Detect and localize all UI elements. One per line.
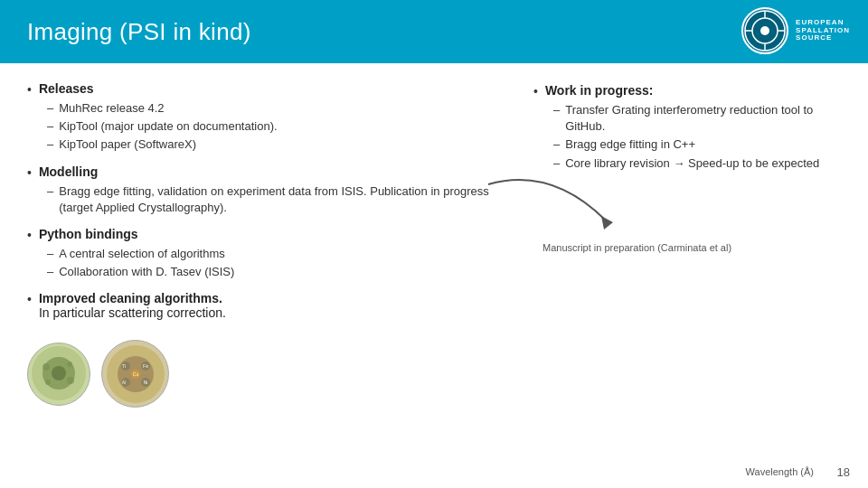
logo-area: EUROPEAN SPALLATION SOURCE (741, 7, 850, 54)
cleaning-section: • Improved cleaning algorithms. In parti… (27, 291, 515, 324)
bullet-dot-4: • (27, 292, 32, 306)
modelling-section: • Modelling – Bragg edge fitting, valida… (27, 164, 515, 216)
bullet-dot-right: • (533, 84, 538, 99)
page-title: Imaging (PSI in kind) (27, 18, 251, 46)
svg-point-11 (67, 361, 72, 367)
wavelength-label: Wavelength (Å) (746, 466, 814, 477)
python-bindings-sub-bullets: – A central selection of algorithms – Co… (27, 246, 515, 280)
right-column: • Work in progress: – Transfer Grating i… (533, 81, 841, 479)
svg-text:Al: Al (121, 380, 125, 385)
bullet-dot-3: • (27, 228, 32, 242)
cleaning-label: Improved cleaning algorithms. (39, 291, 226, 305)
svg-point-2 (760, 26, 769, 35)
bullet-dot-2: • (27, 165, 32, 180)
list-item: – MuhRec release 4.2 (47, 100, 515, 117)
sample-image-1 (27, 343, 90, 406)
work-in-progress-label: Work in progress: (545, 83, 654, 98)
main-content: • Releases – MuhRec release 4.2 – KipToo… (0, 63, 868, 488)
list-item: – Bragg edge fitting in C++ (553, 136, 841, 153)
modelling-label: Modelling (39, 164, 98, 179)
list-item: – Collaboration with D. Tasev (ISIS) (47, 264, 515, 280)
python-bindings-label: Python bindings (39, 227, 138, 241)
svg-text:Fe: Fe (143, 363, 148, 369)
cleaning-sublabel: In particular scattering correction. (39, 305, 226, 320)
svg-text:Ti: Ti (122, 363, 126, 369)
svg-marker-26 (601, 216, 613, 230)
svg-point-10 (42, 363, 50, 371)
work-sub-bullets: – Transfer Grating interferometry reduct… (533, 102, 841, 172)
modelling-sub-bullets: – Bragg edge fitting, validation on expe… (27, 183, 515, 216)
releases-label: Releases (39, 81, 94, 96)
list-item: – Core library revision → Speed-up to be… (553, 155, 841, 172)
releases-sub-bullets: – MuhRec release 4.2 – KipTool (major up… (27, 100, 515, 154)
header: Imaging (PSI in kind) EUROPEAN SPALLATIO… (0, 0, 868, 63)
list-item: – A central selection of algorithms (47, 246, 515, 262)
ess-logo (741, 7, 788, 54)
svg-text:Cu: Cu (132, 371, 138, 377)
bottom-images: Ti Fe Al Ni Cu (27, 340, 515, 408)
list-item: – Transfer Grating interferometry reduct… (553, 102, 841, 135)
svg-point-12 (45, 380, 51, 385)
bullet-dot-1: • (27, 82, 32, 97)
list-item: – Bragg edge fitting, validation on expe… (47, 183, 515, 216)
page-number: 18 (837, 465, 850, 479)
svg-point-9 (52, 366, 66, 380)
ess-text: EUROPEAN SPALLATION SOURCE (796, 19, 850, 42)
svg-text:Ni: Ni (143, 380, 147, 385)
svg-point-13 (67, 377, 74, 384)
sample-image-2: Ti Fe Al Ni Cu (101, 340, 169, 408)
left-column: • Releases – MuhRec release 4.2 – KipToo… (27, 81, 515, 479)
releases-section: • Releases – MuhRec release 4.2 – KipToo… (27, 81, 515, 154)
list-item: – KipTool paper (SoftwareX) (47, 136, 515, 153)
manuscript-area: Manuscript in preparation (Carminata et … (533, 239, 841, 253)
python-bindings-section: • Python bindings – A central selection … (27, 227, 515, 280)
curved-arrow-svg (479, 175, 642, 248)
work-in-progress-section: • Work in progress: – Transfer Grating i… (533, 83, 841, 172)
list-item: – KipTool (major update on documentation… (47, 118, 515, 135)
